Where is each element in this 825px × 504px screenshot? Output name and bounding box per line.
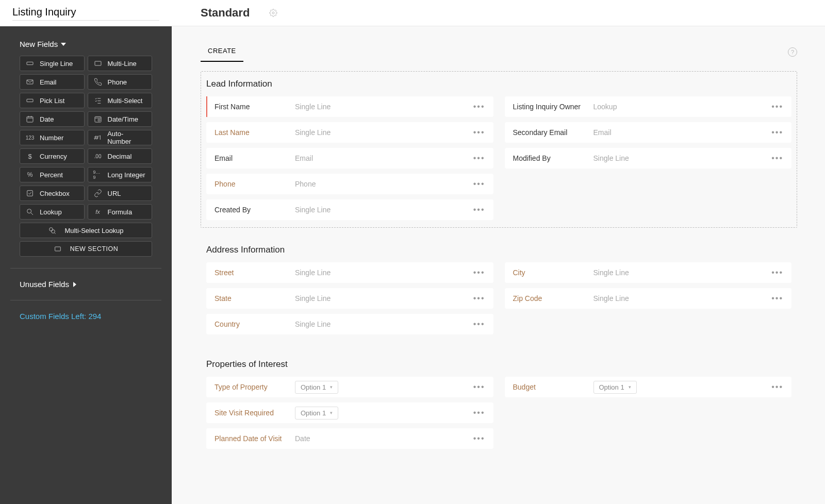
field-type-date[interactable]: Date <box>20 111 85 127</box>
field-type-pick-list[interactable]: Pick List <box>20 93 85 108</box>
field-type-label: Email <box>40 78 57 86</box>
more-icon: ••• <box>771 268 783 277</box>
empty-slot <box>505 199 792 220</box>
field-type-label: Date/Time <box>108 115 138 123</box>
field-item[interactable]: Last NameSingle Line••• <box>206 122 493 143</box>
field-type-email[interactable]: Email <box>20 74 85 90</box>
field-value-area: Single Line <box>295 206 466 214</box>
field-item[interactable]: Secondary EmailEmail••• <box>505 122 792 143</box>
field-type-long-integer[interactable]: 9…9Long Integer <box>88 167 153 182</box>
field-type-checkbox[interactable]: Checkbox <box>20 186 85 201</box>
field-label: Phone <box>206 180 291 188</box>
field-type-multi-select-lookup[interactable]: Multi-Select Lookup <box>20 223 152 238</box>
field-label: Planned Date of Visit <box>206 434 291 443</box>
phone-icon <box>93 78 103 86</box>
field-item[interactable]: CountrySingle Line••• <box>206 314 493 334</box>
field-type-currency[interactable]: $Currency <box>20 148 85 164</box>
svg-point-14 <box>98 119 100 121</box>
field-item[interactable]: CitySingle Line••• <box>505 262 792 283</box>
field-type-lookup[interactable]: Lookup <box>20 204 85 220</box>
field-more-button[interactable]: ••• <box>470 102 488 111</box>
field-more-button[interactable]: ••• <box>768 128 786 137</box>
field-more-button[interactable]: ••• <box>470 154 488 163</box>
field-more-button[interactable]: ••• <box>768 294 786 303</box>
field-type-url[interactable]: URL <box>88 186 153 201</box>
more-icon: ••• <box>473 128 485 137</box>
select-dropdown[interactable]: Option 1▾ <box>295 381 338 394</box>
field-type-label: Number <box>40 134 63 142</box>
field-type-label: Multi-Select Lookup <box>64 227 123 234</box>
new-section-icon <box>54 245 62 253</box>
field-item[interactable]: Modified BySingle Line••• <box>505 148 792 169</box>
field-type-datetime[interactable]: Date/Time <box>88 111 153 127</box>
field-type-decimal[interactable]: .00Decimal <box>88 148 153 164</box>
field-more-button[interactable]: ••• <box>470 408 488 417</box>
auto-number-icon <box>93 133 103 142</box>
field-item[interactable]: Type of PropertyOption 1▾••• <box>206 377 493 397</box>
field-more-button[interactable]: ••• <box>470 382 488 392</box>
new-section-button[interactable]: NEW SECTION <box>20 241 152 257</box>
settings-button[interactable] <box>269 9 277 17</box>
field-item[interactable]: StateSingle Line••• <box>206 288 493 309</box>
svg-point-18 <box>27 209 31 213</box>
svg-rect-17 <box>27 191 33 196</box>
field-label: Budget <box>505 383 589 391</box>
field-label: Last Name <box>206 128 291 137</box>
field-type-phone[interactable]: Phone <box>88 74 153 90</box>
field-more-button[interactable]: ••• <box>768 382 786 392</box>
field-more-button[interactable]: ••• <box>768 154 786 163</box>
svg-rect-8 <box>27 116 33 122</box>
field-more-button[interactable]: ••• <box>470 320 488 329</box>
field-label: Zip Code <box>505 294 589 303</box>
more-icon: ••• <box>473 102 485 111</box>
select-dropdown[interactable]: Option 1▾ <box>593 381 637 394</box>
field-more-button[interactable]: ••• <box>470 294 488 303</box>
field-more-button[interactable]: ••• <box>470 128 488 137</box>
more-icon: ••• <box>771 128 783 137</box>
field-more-button[interactable]: ••• <box>470 268 488 277</box>
help-icon: ? <box>791 49 794 55</box>
field-value-area: Phone <box>295 180 466 188</box>
field-item[interactable]: EmailEmail••• <box>206 148 493 169</box>
empty-slot <box>505 402 792 423</box>
field-item[interactable]: First NameSingle Line••• <box>206 96 493 117</box>
field-label: First Name <box>206 103 291 111</box>
field-item[interactable]: Created BySingle Line••• <box>206 199 493 220</box>
field-item[interactable]: Listing Inquiry OwnerLookup••• <box>505 96 792 117</box>
new-fields-toggle[interactable]: New Fields <box>10 40 161 56</box>
field-more-button[interactable]: ••• <box>470 205 488 214</box>
field-more-button[interactable]: ••• <box>768 102 786 111</box>
field-item[interactable]: PhonePhone••• <box>206 174 493 194</box>
more-icon: ••• <box>473 294 485 303</box>
field-value-area: Single Line <box>593 294 765 303</box>
more-icon: ••• <box>771 154 783 162</box>
field-item[interactable]: Planned Date of VisitDate••• <box>206 428 493 449</box>
page-title-input[interactable] <box>12 6 159 21</box>
more-icon: ••• <box>771 382 783 391</box>
select-dropdown[interactable]: Option 1▾ <box>295 407 338 419</box>
field-item[interactable]: StreetSingle Line••• <box>206 262 493 283</box>
datetime-icon <box>93 115 103 123</box>
tab-create[interactable]: CREATE <box>201 42 243 62</box>
more-icon: ••• <box>473 268 485 277</box>
field-type-multi-line[interactable]: Multi-Line <box>88 56 153 71</box>
pick-list-icon <box>25 96 35 105</box>
select-value: Option 1 <box>301 383 326 391</box>
field-more-button[interactable]: ••• <box>470 179 488 189</box>
lookup-icon <box>25 208 35 216</box>
field-item[interactable]: BudgetOption 1▾••• <box>505 377 792 397</box>
field-item[interactable]: Site Visit RequiredOption 1▾••• <box>206 402 493 423</box>
field-type-multi-select[interactable]: Multi-Select <box>88 93 153 108</box>
field-type-percent[interactable]: %Percent <box>20 167 85 182</box>
field-label: Secondary Email <box>505 128 589 137</box>
field-type-formula[interactable]: fxFormula <box>88 204 153 220</box>
field-type-single-line[interactable]: Single Line <box>20 56 85 71</box>
field-item[interactable]: Zip CodeSingle Line••• <box>505 288 792 309</box>
field-more-button[interactable]: ••• <box>470 434 488 443</box>
field-type-auto-number[interactable]: Auto-Number <box>88 130 153 145</box>
help-button[interactable]: ? <box>788 47 797 57</box>
field-more-button[interactable]: ••• <box>768 268 786 277</box>
field-label: Type of Property <box>206 383 291 391</box>
field-type-number[interactable]: 123Number <box>20 130 85 145</box>
unused-fields-toggle[interactable]: Unused Fields <box>10 280 161 289</box>
